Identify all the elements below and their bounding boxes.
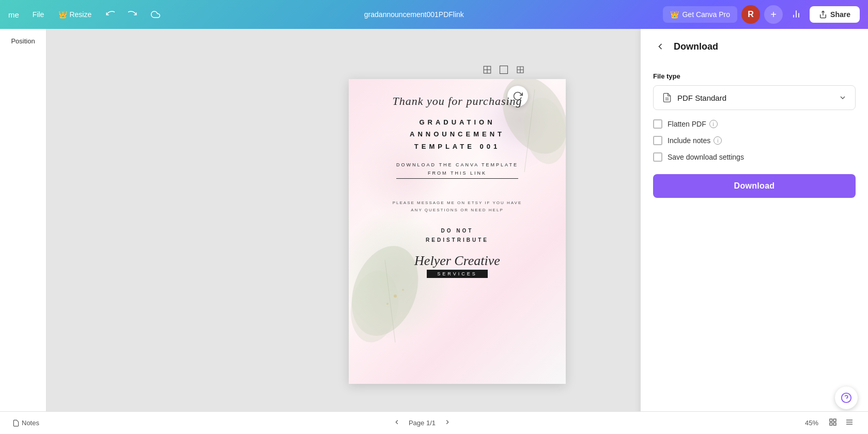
file-type-value: PDF Standard — [677, 94, 726, 102]
bottom-bar: Notes Page 1/1 45% — [0, 411, 868, 434]
svg-point-12 — [402, 289, 404, 291]
crown-icon: 👑 — [58, 10, 67, 19]
save-settings-label: Save download settings — [668, 153, 744, 161]
next-page-button[interactable] — [442, 416, 453, 429]
file-menu-button[interactable]: File — [27, 7, 50, 22]
position-panel: Position — [0, 29, 47, 434]
page-indicator: Page 1/1 — [48, 416, 797, 429]
list-view-button[interactable] — [843, 416, 856, 430]
panel-title: Download — [674, 41, 718, 52]
position-label: Position — [11, 37, 35, 45]
panel-header: Download — [641, 29, 868, 64]
brand-name: Helyer Creative — [414, 253, 500, 269]
prev-page-button[interactable] — [391, 416, 402, 429]
toolbar-left: me File 👑 Resize — [8, 5, 165, 24]
get-canva-pro-button[interactable]: 👑 Get Canva Pro — [663, 6, 737, 23]
do-not-redistribute-text: DO NOTREDISTRIBUTE — [426, 226, 489, 245]
canvas-tool-3[interactable] — [514, 63, 527, 76]
back-button[interactable] — [653, 39, 668, 54]
svg-rect-23 — [830, 423, 832, 425]
save-settings-checkbox[interactable] — [653, 152, 662, 162]
flatten-pdf-option: Flatten PDF i — [653, 119, 856, 129]
thank-you-text: Thank you for purchasing — [392, 95, 522, 108]
toolbar-right: 👑 Get Canva Pro R + Share — [663, 5, 860, 24]
include-notes-option: Include notes i — [653, 136, 856, 145]
panel-body: File type PDF Standard Flatten PDF i — [641, 64, 868, 206]
canvas-top-tools — [481, 63, 527, 76]
include-notes-label: Include notes i — [668, 136, 722, 145]
share-button[interactable]: Share — [810, 6, 860, 23]
graduation-title: GRADUATIONANNOUNCEMENTTEMPLATE 001 — [410, 116, 505, 152]
save-settings-option: Save download settings — [653, 152, 856, 162]
undo-button[interactable] — [101, 5, 119, 24]
canvas-tool-1[interactable] — [481, 63, 494, 76]
resize-button[interactable]: 👑 Resize — [53, 7, 97, 22]
zoom-level: 45% — [805, 419, 818, 427]
view-buttons — [827, 416, 856, 430]
flatten-pdf-info-icon[interactable]: i — [709, 120, 718, 128]
canvas-document: Thank you for purchasing GRADUATIONANNOU… — [349, 79, 566, 384]
pdf-document-icon — [662, 92, 672, 103]
filename: gradannouncement001PDFlink — [364, 10, 464, 19]
add-collaborator-button[interactable]: + — [764, 5, 783, 24]
include-notes-info-icon[interactable]: i — [714, 136, 722, 145]
canvas-tool-2[interactable] — [497, 63, 510, 76]
grid-view-button[interactable] — [827, 416, 839, 430]
include-notes-checkbox[interactable] — [653, 136, 662, 145]
redo-button[interactable] — [123, 5, 142, 24]
svg-point-11 — [386, 303, 389, 305]
flatten-pdf-label: Flatten PDF i — [668, 120, 718, 128]
download-panel: Download File type PDF Standard Flatten … — [641, 29, 868, 434]
card-content: Thank you for purchasing GRADUATIONANNOU… — [349, 79, 566, 288]
download-button[interactable]: Download — [653, 174, 856, 198]
page-info: Page 1/1 — [409, 419, 436, 427]
cloud-save-button[interactable] — [146, 5, 165, 24]
file-type-select[interactable]: PDF Standard — [653, 85, 856, 110]
svg-rect-22 — [833, 419, 836, 422]
flatten-pdf-checkbox[interactable] — [653, 119, 662, 129]
message-text: PLEASE MESSAGE ME ON ETSY IF YOU HAVEANY… — [393, 199, 522, 214]
notes-button[interactable]: Notes — [12, 419, 39, 427]
chevron-down-icon — [839, 94, 847, 102]
toolbar: me File 👑 Resize gradannouncement001PDFl… — [0, 0, 868, 29]
brand-services: SERVICES — [427, 270, 487, 278]
download-link-text: DOWNLOAD THE CANVA TEMPLATEFROM THIS LIN… — [396, 161, 518, 178]
svg-rect-16 — [500, 66, 508, 74]
user-avatar-button[interactable]: R — [741, 5, 760, 24]
analytics-button[interactable] — [787, 6, 805, 24]
svg-point-10 — [394, 295, 397, 298]
file-type-label: File type — [653, 72, 856, 80]
toolbar-center: gradannouncement001PDFlink — [169, 10, 659, 19]
magic-assistant-button[interactable] — [835, 386, 858, 409]
svg-rect-21 — [830, 419, 832, 422]
svg-rect-24 — [833, 423, 836, 425]
app-name: me — [8, 10, 19, 19]
crown-icon-pro: 👑 — [670, 10, 679, 19]
